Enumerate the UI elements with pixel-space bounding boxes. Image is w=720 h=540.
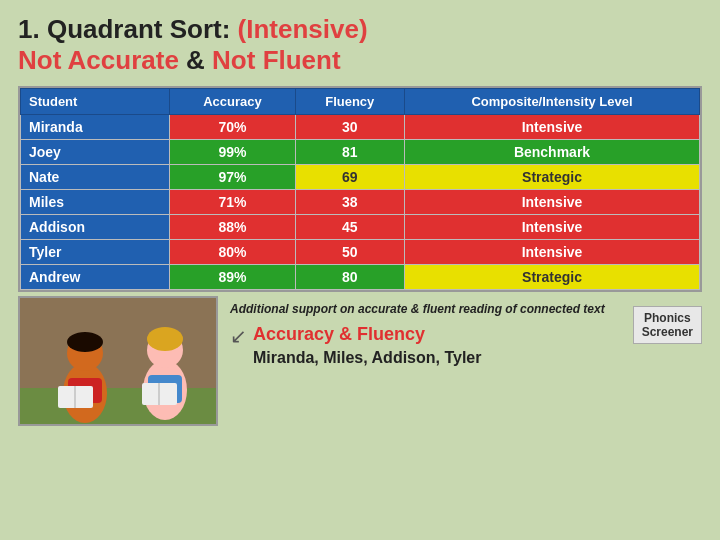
student-name-cell: Tyler bbox=[21, 240, 170, 265]
composite-cell: Intensive bbox=[405, 215, 700, 240]
student-name-cell: Miranda bbox=[21, 115, 170, 140]
col-header-composite: Composite/Intensity Level bbox=[405, 89, 700, 115]
col-header-accuracy: Accuracy bbox=[170, 89, 295, 115]
bottom-section: Additional support on accurate & fluent … bbox=[18, 296, 702, 426]
composite-cell: Benchmark bbox=[405, 140, 700, 165]
accuracy-cell: 89% bbox=[170, 265, 295, 290]
composite-cell: Strategic bbox=[405, 165, 700, 190]
student-name-cell: Nate bbox=[21, 165, 170, 190]
svg-point-10 bbox=[147, 327, 183, 351]
fluency-cell: 45 bbox=[295, 215, 405, 240]
table-row: Andrew89%80Strategic bbox=[21, 265, 700, 290]
student-name-cell: Andrew bbox=[21, 265, 170, 290]
accuracy-fluency-label: Accuracy & Fluency bbox=[253, 324, 481, 345]
title-line2: Not Accurate & Not Fluent bbox=[18, 45, 702, 76]
title-intensive: (Intensive) bbox=[238, 14, 368, 44]
title-red-part: Not Accurate bbox=[18, 45, 179, 75]
svg-point-4 bbox=[67, 332, 103, 352]
title-line1: 1. Quadrant Sort: (Intensive) bbox=[18, 14, 702, 45]
col-header-fluency: Fluency bbox=[295, 89, 405, 115]
fluency-cell: 30 bbox=[295, 115, 405, 140]
student-name-cell: Joey bbox=[21, 140, 170, 165]
accuracy-cell: 70% bbox=[170, 115, 295, 140]
table-row: Miranda70%30Intensive bbox=[21, 115, 700, 140]
title-suffix: Not Fluent bbox=[212, 45, 341, 75]
students-image bbox=[18, 296, 218, 426]
fluency-cell: 81 bbox=[295, 140, 405, 165]
col-header-student: Student bbox=[21, 89, 170, 115]
accuracy-cell: 88% bbox=[170, 215, 295, 240]
phonics-box: Phonics Screener bbox=[633, 306, 702, 344]
title-and: & bbox=[179, 45, 212, 75]
composite-cell: Intensive bbox=[405, 240, 700, 265]
table-row: Nate97%69Strategic bbox=[21, 165, 700, 190]
accuracy-cell: 99% bbox=[170, 140, 295, 165]
fluency-cell: 69 bbox=[295, 165, 405, 190]
title-prefix: 1. Quadrant Sort: bbox=[18, 14, 238, 44]
title-area: 1. Quadrant Sort: (Intensive) Not Accura… bbox=[18, 14, 702, 76]
accuracy-cell: 80% bbox=[170, 240, 295, 265]
accuracy-cell: 97% bbox=[170, 165, 295, 190]
accuracy-cell: 71% bbox=[170, 190, 295, 215]
students-list: Miranda, Miles, Addison, Tyler bbox=[253, 349, 481, 367]
main-container: 1. Quadrant Sort: (Intensive) Not Accura… bbox=[0, 0, 720, 540]
svg-rect-1 bbox=[20, 388, 218, 426]
fluency-cell: 80 bbox=[295, 265, 405, 290]
composite-cell: Intensive bbox=[405, 115, 700, 140]
fluency-cell: 38 bbox=[295, 190, 405, 215]
student-name-cell: Miles bbox=[21, 190, 170, 215]
bottom-note: Additional support on accurate & fluent … bbox=[230, 302, 611, 318]
fluency-cell: 50 bbox=[295, 240, 405, 265]
composite-cell: Strategic bbox=[405, 265, 700, 290]
phonics-screener: Phonics Screener bbox=[633, 306, 702, 344]
bottom-info: Additional support on accurate & fluent … bbox=[218, 296, 623, 373]
student-name-cell: Addison bbox=[21, 215, 170, 240]
phonics-line1: Phonics bbox=[644, 311, 691, 325]
table-row: Addison88%45Intensive bbox=[21, 215, 700, 240]
composite-cell: Intensive bbox=[405, 190, 700, 215]
arrow-icon: ↙ bbox=[230, 324, 247, 348]
table-row: Miles71%38Intensive bbox=[21, 190, 700, 215]
data-table: Student Accuracy Fluency Composite/Inten… bbox=[18, 86, 702, 292]
table-row: Joey99%81Benchmark bbox=[21, 140, 700, 165]
reading-image-svg bbox=[20, 298, 218, 426]
table-row: Tyler80%50Intensive bbox=[21, 240, 700, 265]
phonics-line2: Screener bbox=[642, 325, 693, 339]
